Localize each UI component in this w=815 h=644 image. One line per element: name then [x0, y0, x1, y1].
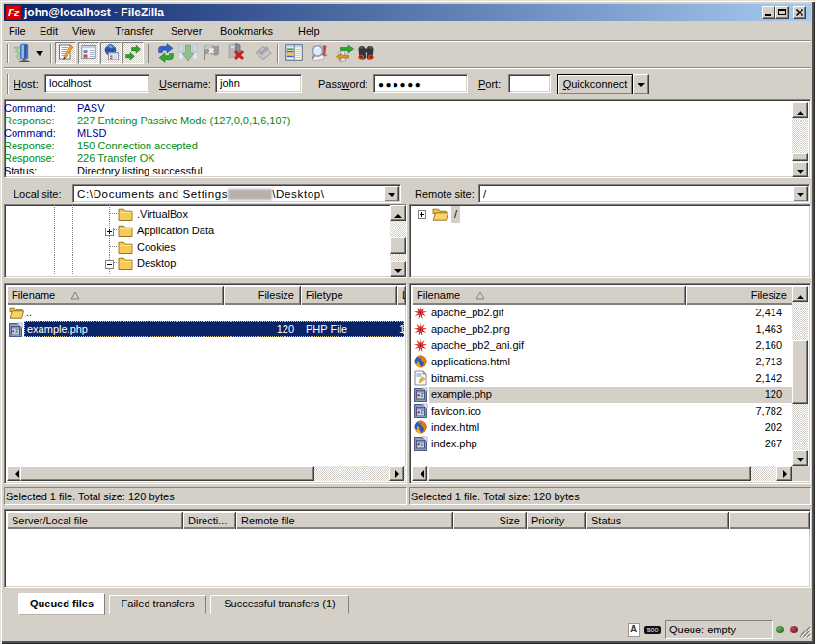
svg-text:Fz: Fz [8, 7, 20, 18]
